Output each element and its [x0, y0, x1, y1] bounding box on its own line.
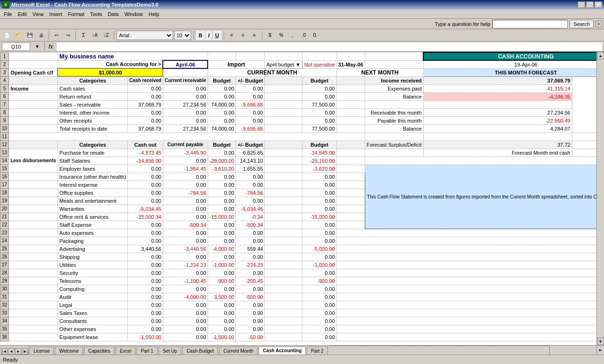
cell-g28[interactable]: [265, 269, 302, 277]
menu-help[interactable]: Help: [146, 10, 162, 18]
tab-capacities[interactable]: Capacities: [84, 347, 115, 355]
cell-f1[interactable]: [236, 52, 265, 60]
cell-a19[interactable]: [9, 197, 58, 205]
cell-i9[interactable]: [336, 116, 365, 124]
tab-excel[interactable]: Excel: [116, 347, 135, 355]
cell-i18[interactable]: [336, 189, 365, 197]
sum-btn[interactable]: Σ: [78, 31, 89, 40]
menu-format[interactable]: Format: [65, 10, 87, 18]
cell-g32[interactable]: [265, 301, 302, 309]
cell-a22[interactable]: [9, 221, 58, 229]
cell-i10[interactable]: [336, 124, 365, 132]
menu-insert[interactable]: Insert: [46, 10, 65, 18]
scroll-down-btn[interactable]: ▼: [597, 338, 604, 345]
cell-a6[interactable]: [9, 92, 58, 100]
cell-g25[interactable]: [265, 245, 302, 253]
cell-g23[interactable]: [265, 229, 302, 237]
cell-g6[interactable]: [265, 92, 302, 100]
sort-asc-btn[interactable]: ↑A: [90, 31, 100, 40]
underline-button[interactable]: U: [213, 31, 221, 40]
menu-file[interactable]: File: [1, 10, 15, 18]
cell-g5[interactable]: [265, 84, 302, 92]
menu-data[interactable]: Data: [105, 10, 121, 18]
cell-a35[interactable]: [9, 325, 58, 333]
cell-a2[interactable]: [9, 60, 58, 68]
cell-a17[interactable]: [9, 181, 58, 189]
cell-i1[interactable]: [336, 52, 365, 60]
cell-j11[interactable]: [365, 132, 423, 141]
april-btn[interactable]: April-06: [163, 60, 208, 68]
cell-a26[interactable]: [9, 253, 58, 261]
import-dropdown[interactable]: April budget ▼: [265, 60, 302, 68]
cell-g1[interactable]: [265, 52, 302, 60]
print-btn[interactable]: 🖨: [36, 31, 46, 40]
decrease-decimal-btn[interactable]: 0.: [310, 31, 320, 40]
cell-a4[interactable]: [9, 76, 58, 84]
cell-g22[interactable]: [265, 221, 302, 229]
cell-a32[interactable]: [9, 301, 58, 309]
cell-j13[interactable]: [365, 149, 423, 157]
cell-a7[interactable]: [9, 100, 58, 108]
increase-decimal-btn[interactable]: .0: [299, 31, 309, 40]
cell-g14[interactable]: [265, 157, 302, 165]
cell-g34[interactable]: [265, 317, 302, 325]
tab-current-month[interactable]: Current Month: [219, 347, 258, 355]
cell-i7[interactable]: [336, 100, 365, 108]
cell-a9[interactable]: [9, 116, 58, 124]
currency-btn[interactable]: $: [265, 31, 275, 40]
cell-a25[interactable]: [9, 245, 58, 253]
cell-a27[interactable]: [9, 261, 58, 269]
tab-cash-accounting[interactable]: Cash Accounting: [259, 347, 306, 355]
cell-a24[interactable]: [9, 237, 58, 245]
align-left-btn[interactable]: ≡: [226, 31, 237, 40]
tab-first-btn[interactable]: |◄: [1, 348, 8, 355]
tab-next-btn[interactable]: ►: [15, 348, 22, 355]
cell-i21[interactable]: [336, 213, 365, 221]
tab-last-btn[interactable]: ►|: [22, 348, 29, 355]
tab-part1[interactable]: Part 1: [136, 347, 158, 355]
cell-g21[interactable]: [265, 213, 302, 221]
minimize-btn[interactable]: _: [578, 1, 585, 8]
cell-g13[interactable]: [265, 149, 302, 157]
cell-g27[interactable]: [265, 261, 302, 269]
cell-k7[interactable]: [423, 100, 572, 108]
cell-d3[interactable]: [163, 68, 208, 76]
cell-i6[interactable]: [336, 92, 365, 100]
cell-a29[interactable]: [9, 277, 58, 285]
cell-j7[interactable]: [365, 100, 423, 108]
cell-i16[interactable]: [336, 173, 365, 181]
scroll-track[interactable]: [597, 59, 604, 338]
name-dropdown-btn[interactable]: ▼: [32, 42, 42, 51]
cell-g8[interactable]: [265, 108, 302, 116]
tab-license[interactable]: License: [29, 347, 54, 355]
search-button[interactable]: Search: [570, 20, 594, 28]
cell-a23[interactable]: [9, 229, 58, 237]
cell-l11[interactable]: [572, 132, 596, 141]
cell-g17[interactable]: [265, 181, 302, 189]
menu-window[interactable]: Window: [122, 10, 146, 18]
menu-tools[interactable]: Tools: [87, 10, 105, 18]
cell-g10[interactable]: [265, 124, 302, 132]
horizontal-scrollbar[interactable]: [549, 346, 596, 355]
open-btn[interactable]: 📂: [13, 31, 24, 40]
cell-k2[interactable]: [365, 60, 423, 68]
close-btn[interactable]: ×: [595, 1, 602, 8]
cell-g16[interactable]: [265, 173, 302, 181]
cell-g26[interactable]: [265, 253, 302, 261]
align-right-btn[interactable]: ≡: [249, 31, 260, 40]
cell-i20[interactable]: [336, 205, 365, 213]
redo-btn[interactable]: ↪: [63, 31, 73, 40]
font-size-selector[interactable]: 10: [174, 31, 191, 40]
percent-btn[interactable]: %: [276, 31, 286, 40]
cell-g20[interactable]: [265, 205, 302, 213]
cell-g7[interactable]: [265, 100, 302, 108]
save-btn[interactable]: 💾: [25, 31, 35, 40]
comma-btn[interactable]: ,: [287, 31, 298, 40]
cell-a34[interactable]: [9, 317, 58, 325]
cell-reference[interactable]: [2, 42, 30, 51]
hscroll-right[interactable]: ►: [596, 346, 604, 355]
cell-g24[interactable]: [265, 237, 302, 245]
cell-a16[interactable]: [9, 173, 58, 181]
cell-g30[interactable]: [265, 285, 302, 293]
cell-a1[interactable]: [9, 52, 58, 60]
